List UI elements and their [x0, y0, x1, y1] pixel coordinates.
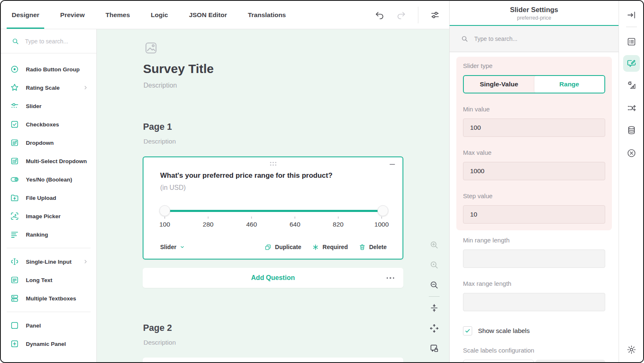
- add-question-button[interactable]: Add Question: [143, 268, 403, 288]
- toolbox-item-single-line-input[interactable]: Single-Line Input: [1, 252, 96, 271]
- tab-logic[interactable]: Logic: [146, 1, 173, 29]
- toolbox-item-multi-select-dropdown[interactable]: Multi-Select Dropdown: [1, 152, 96, 170]
- logic-icon[interactable]: [626, 103, 636, 113]
- tab-translations[interactable]: Translations: [243, 1, 291, 29]
- page1-title[interactable]: Page 1: [143, 122, 172, 132]
- gear-icon[interactable]: [626, 345, 636, 355]
- show-scale-labels-checkbox[interactable]: Show scale labels: [463, 326, 605, 335]
- zoom-reset-icon[interactable]: [429, 260, 439, 270]
- redo-icon[interactable]: [396, 10, 406, 20]
- slider-scale-labels: 100 280 460 640 820 1000: [160, 221, 387, 230]
- slider-type-single-value[interactable]: Single-Value: [464, 76, 534, 93]
- general-settings-icon[interactable]: [626, 37, 636, 47]
- delete-button[interactable]: Delete: [359, 244, 387, 251]
- toolbox-item-dropdown[interactable]: Dropdown: [1, 134, 96, 152]
- toolbox-item-dynamic-panel[interactable]: Dynamic Panel: [1, 335, 96, 353]
- toolbox-search[interactable]: Type to search...: [1, 29, 96, 53]
- toolbox-item-boolean[interactable]: Yes/No (Boolean): [1, 170, 96, 189]
- slider-ticks: [160, 217, 387, 219]
- survey-description[interactable]: Description: [143, 82, 177, 89]
- toolbox-item-image-picker[interactable]: Image Picker: [1, 207, 96, 225]
- toolbox-item-long-text[interactable]: Long Text: [1, 271, 96, 289]
- zoom-out-icon[interactable]: [429, 280, 439, 290]
- slider-type-label: Slider type: [463, 62, 605, 70]
- dynamic-panel-icon: [10, 339, 19, 348]
- highlighted-settings-section: Slider type Single-Value Range Min value…: [456, 57, 612, 230]
- page2-add-question-placeholder[interactable]: [143, 358, 403, 363]
- search-icon: [12, 38, 19, 45]
- min-range-length-label: Min range length: [463, 236, 605, 245]
- toolbox-item-ranking[interactable]: Ranking: [1, 225, 96, 244]
- survey-title[interactable]: Survey Title: [143, 62, 214, 76]
- chevron-right-icon[interactable]: [83, 85, 88, 90]
- image-picker-icon: [10, 212, 19, 221]
- tab-themes[interactable]: Themes: [101, 1, 135, 29]
- drag-handle-icon[interactable]: [270, 162, 276, 166]
- strip-divider: [626, 27, 637, 27]
- required-button[interactable]: Required: [312, 244, 348, 251]
- max-range-length-label: Max range length: [463, 280, 605, 288]
- zoom-in-icon[interactable]: [429, 240, 439, 250]
- scale-labels-config-control[interactable]: [463, 360, 605, 363]
- slider-track[interactable]: [165, 210, 383, 212]
- collapse-question-icon[interactable]: [390, 164, 395, 165]
- question-type-selector[interactable]: Slider: [160, 244, 185, 250]
- slider-handle-min[interactable]: [159, 205, 170, 216]
- design-canvas: Survey Title Description Page 1 Descript…: [97, 29, 449, 363]
- survey-settings-icon[interactable]: [430, 10, 440, 20]
- validation-icon[interactable]: [626, 148, 636, 158]
- tab-designer[interactable]: Designer: [7, 1, 44, 29]
- toolbox-item-slider[interactable]: Slider: [1, 97, 96, 115]
- toolbox-item-radio-button-group[interactable]: Radio Button Group: [1, 60, 96, 78]
- ranking-icon: [10, 230, 19, 239]
- top-header: Designer Preview Themes Logic JSON Edito…: [1, 1, 449, 29]
- chevron-right-icon[interactable]: [83, 259, 88, 264]
- page2-title[interactable]: Page 2: [143, 323, 172, 333]
- page2-description[interactable]: Description: [143, 339, 176, 346]
- min-value-label: Min value: [463, 105, 605, 113]
- page1-description[interactable]: Description: [143, 138, 176, 145]
- min-value-input[interactable]: [463, 118, 605, 137]
- survey-logo-placeholder-icon[interactable]: [144, 41, 158, 55]
- toolbox-divider: [7, 312, 91, 312]
- drag-mode-icon[interactable]: [429, 323, 439, 333]
- config-segment-active[interactable]: [463, 360, 534, 363]
- header-divider: [418, 7, 418, 23]
- config-segment-inactive[interactable]: [536, 360, 605, 363]
- toolbox-item-panel[interactable]: Panel: [1, 316, 96, 335]
- max-range-length-input[interactable]: [463, 293, 605, 311]
- settings-search-placeholder: Type to search...: [474, 35, 518, 42]
- theme-design-icon[interactable]: [626, 80, 636, 90]
- toolbox-item-file-upload[interactable]: File Upload: [1, 189, 96, 207]
- collapse-all-icon[interactable]: [429, 303, 439, 313]
- question-edit-icon: [626, 58, 636, 68]
- undo-icon[interactable]: [375, 10, 385, 20]
- tab-json-editor[interactable]: JSON Editor: [184, 1, 232, 29]
- canvas-toolbar-divider: [429, 296, 440, 297]
- required-asterisk-icon: [312, 244, 319, 251]
- question-title[interactable]: What's your preferred price range for th…: [160, 171, 332, 180]
- slider-type-range[interactable]: Range: [534, 76, 605, 93]
- single-line-input-icon: [10, 257, 19, 266]
- toolbox-item-multiple-textboxes[interactable]: Multiple Textboxes: [1, 289, 96, 308]
- toolbox-item-rating-scale[interactable]: Rating Scale: [1, 78, 96, 97]
- min-range-length-input[interactable]: [463, 250, 605, 268]
- question-card-slider[interactable]: What's your preferred price range for th…: [143, 156, 403, 260]
- toolbox-item-checkboxes[interactable]: Checkboxes: [1, 115, 96, 134]
- more-options-icon[interactable]: [387, 277, 395, 279]
- slider-handle-max[interactable]: [377, 205, 388, 216]
- delete-trash-icon: [359, 244, 366, 251]
- question-settings-tab-active[interactable]: [623, 55, 640, 72]
- search-icon: [461, 35, 468, 43]
- checkbox-checked-icon: [463, 326, 472, 335]
- toolbox-search-placeholder: Type to search...: [25, 38, 68, 45]
- tab-preview[interactable]: Preview: [55, 1, 90, 29]
- duplicate-button[interactable]: Duplicate: [264, 244, 301, 251]
- collapse-panel-icon[interactable]: [626, 10, 636, 20]
- data-icon[interactable]: [626, 125, 636, 135]
- question-subtitle[interactable]: (in USD): [160, 184, 186, 192]
- lock-questions-icon[interactable]: [429, 343, 439, 353]
- step-value-input[interactable]: [463, 205, 605, 224]
- max-value-input[interactable]: [463, 162, 605, 180]
- settings-search[interactable]: Type to search...: [450, 26, 619, 52]
